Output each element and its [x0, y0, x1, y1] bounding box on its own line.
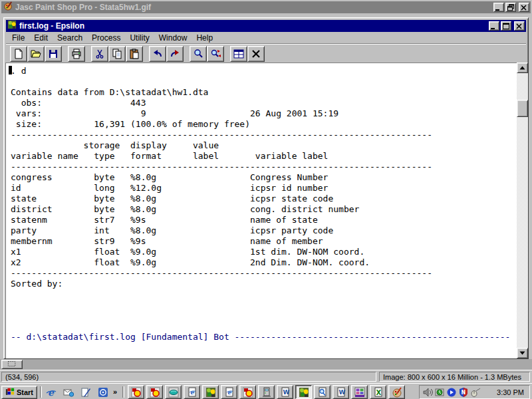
scroll-up-button[interactable]	[517, 63, 528, 73]
camo-icon	[299, 387, 309, 398]
psp-app-icon	[3, 1, 13, 13]
taskbar-button-2-app-red-yellow[interactable]	[146, 385, 163, 399]
antivirus-tray-icon[interactable]: N	[458, 387, 469, 398]
svg-text:W: W	[338, 389, 345, 396]
copy-button[interactable]	[108, 46, 126, 62]
vertical-scrollbar[interactable]	[517, 63, 528, 358]
toolbar-group	[10, 46, 62, 62]
menu-process[interactable]: Process	[87, 32, 125, 44]
taskbar-button-10-camo[interactable]	[295, 385, 312, 399]
start-button[interactable]: Start	[1, 386, 37, 399]
taskbar-button-3-teal-ellipse[interactable]	[165, 385, 182, 399]
camo-icon	[205, 387, 216, 398]
epsilon-app-icon	[7, 20, 17, 32]
taskbar-button-1-app-red-yellow[interactable]	[128, 385, 144, 399]
menu-edit[interactable]: Edit	[29, 32, 53, 44]
app-red-yellow-icon	[150, 387, 160, 398]
antivirus-icon: N	[458, 387, 469, 398]
mouse-tray-icon[interactable]	[470, 387, 481, 398]
taskbar-button-14-excel[interactable]: X	[370, 385, 386, 399]
taskbar-button-8-server[interactable]	[258, 385, 275, 399]
ie-doc-icon: e	[224, 387, 235, 398]
taskbar-button-7-app-red-yellow[interactable]	[239, 385, 256, 399]
menu-search[interactable]: Search	[53, 32, 87, 44]
task-scheduler-tray-icon[interactable]	[434, 387, 445, 398]
scrollbar-thumb[interactable]	[517, 100, 528, 117]
mode-line: -- d:\statadat\first.log [Fundamental] B…	[11, 332, 510, 342]
svg-text:W: W	[283, 389, 289, 396]
taskbar-button-4-ie-doc[interactable]: e	[184, 385, 200, 399]
toolbar-group	[91, 46, 143, 62]
cut-button[interactable]	[91, 46, 108, 62]
taskbar-button-15-psp-palette[interactable]	[388, 385, 405, 399]
taskbar-button-5-camo[interactable]	[202, 385, 219, 399]
taskbar-button-13-grid-app[interactable]	[351, 385, 368, 399]
quicklaunch-overflow-chevron[interactable]: »	[112, 388, 118, 396]
epsilon-close-button[interactable]	[514, 21, 525, 31]
screen: { "psp": { "title": "Jasc Paint Shop Pro…	[0, 0, 532, 399]
selection-tool-button[interactable]	[1, 360, 23, 369]
mouse-icon	[470, 387, 481, 398]
teal-ellipse-icon	[168, 387, 179, 398]
epsilon-maximize-button[interactable]	[501, 21, 511, 31]
app-red-yellow-icon	[131, 387, 142, 398]
psp-close-button[interactable]	[519, 3, 529, 12]
paste-icon	[129, 49, 140, 59]
psp-status-bar: (534, 596) Image: 532 x 399 x 16 Million…	[0, 370, 532, 383]
epsilon-minimize-button[interactable]	[489, 21, 499, 31]
menu-help[interactable]: Help	[192, 32, 217, 44]
replace-icon	[210, 49, 221, 59]
new-icon	[13, 49, 24, 59]
psp-title-bar[interactable]: Jasc Paint Shop Pro - Stata5hw1.gif	[1, 1, 531, 13]
taskbar-button-11-find-doc[interactable]	[314, 385, 331, 399]
print-button[interactable]	[68, 46, 85, 62]
new-button[interactable]	[10, 46, 27, 62]
undo-button[interactable]	[149, 46, 166, 62]
windows-logo-icon	[5, 387, 15, 398]
epsilon-window: first.log - Epsilon FileEditSearchProces…	[3, 17, 529, 359]
app-red-yellow-icon	[243, 387, 253, 398]
taskbar: Start e » eeWWX N3:30 PM	[0, 383, 532, 399]
quicklaunch-channels[interactable]	[96, 386, 110, 399]
taskbar-button-12-word-doc[interactable]: W	[332, 385, 349, 399]
quicklaunch-internet-explorer[interactable]: e	[44, 386, 59, 399]
menu-utility[interactable]: Utility	[125, 32, 154, 44]
close-button[interactable]	[247, 46, 265, 62]
find-button[interactable]	[190, 46, 207, 62]
open-button[interactable]	[27, 46, 45, 62]
epsilon-window-title: first.log - Epsilon	[19, 21, 489, 31]
menu-bar: FileEditSearchProcessUtilityWindowHelp	[6, 32, 526, 44]
taskbar-button-6-ie-doc[interactable]: e	[221, 385, 237, 399]
quicklaunch-show-desktop[interactable]	[78, 386, 93, 399]
print-icon	[71, 49, 82, 59]
paste-button[interactable]	[126, 46, 143, 62]
cut-icon	[94, 49, 105, 59]
save-button[interactable]	[45, 46, 62, 62]
scroll-down-button[interactable]	[517, 348, 528, 358]
media-player-tray-icon[interactable]	[446, 387, 457, 398]
menu-file[interactable]: File	[7, 32, 29, 44]
redo-button[interactable]	[166, 46, 184, 62]
psp-window-title: Jasc Paint Shop Pro - Stata5hw1.gif	[15, 3, 493, 12]
editor-area[interactable]: . d Contains data from D:\statadat\hw1.d…	[5, 63, 517, 358]
psp-minimize-button[interactable]	[493, 3, 504, 12]
menu-window[interactable]: Window	[154, 32, 192, 44]
properties-button[interactable]	[230, 46, 247, 62]
taskbar-button-9-word-doc[interactable]: W	[277, 385, 293, 399]
toolbar-group	[230, 46, 265, 62]
replace-button[interactable]	[207, 46, 224, 62]
taskbar-clock[interactable]: 3:30 PM	[497, 388, 529, 396]
quicklaunch-outlook-express[interactable]	[61, 386, 76, 399]
internet-explorer-icon: e	[46, 387, 57, 398]
psp-palette-icon	[392, 387, 402, 398]
show-desktop-icon	[80, 387, 91, 398]
undo-icon	[152, 49, 163, 59]
psp-restore-button[interactable]	[505, 3, 516, 12]
task-scheduler-icon	[434, 387, 445, 398]
epsilon-title-bar[interactable]: first.log - Epsilon	[6, 20, 526, 32]
server-icon	[261, 387, 272, 398]
task-buttons: eeWWX	[128, 385, 405, 399]
grid-app-icon	[354, 387, 365, 398]
volume-tray-icon[interactable]	[422, 387, 433, 398]
image-info-status: Image: 532 x 399 x 16 Million - 1.3 MByt…	[379, 372, 530, 382]
